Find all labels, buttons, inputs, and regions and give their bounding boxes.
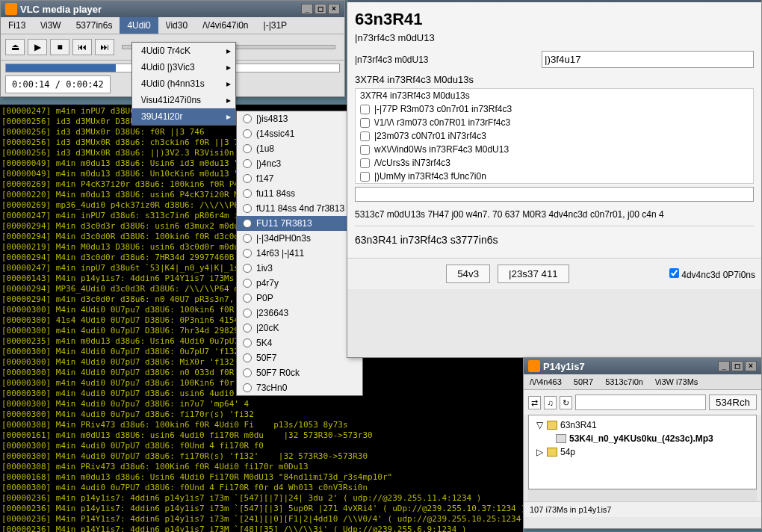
eq-preset[interactable]: (1u8 <box>237 141 362 156</box>
eq-preset[interactable]: 50F7 R0ck <box>237 365 362 380</box>
playlist-tab[interactable]: \/i3W i73Ms <box>649 374 704 389</box>
extra-modules-input[interactable] <box>355 187 754 202</box>
module-checkbox[interactable]: \/1/\/\ r3m073 c0n7R01 in73rFf4c3 <box>356 116 753 129</box>
menu-\/id30[interactable]: \/id30 <box>158 17 195 34</box>
playlist-item[interactable]: 53K4i_n0_y4KUs0ku_(42s3c).Mp3 <box>532 432 753 445</box>
eq-preset[interactable]: |236643 <box>237 306 362 321</box>
prefs-heading: 63n3R41 <box>355 10 754 29</box>
playlist-folder[interactable]: ▷54p <box>532 445 753 459</box>
menu-item[interactable]: 39U41i20r▸ <box>132 108 235 125</box>
menu-4Udi0[interactable]: 4Udi0 <box>120 17 158 34</box>
audio-menu: 4Udi0 7r4cK▸4Udi0 |)3Vic3▸4Udi0 (h4nn31s… <box>131 42 236 126</box>
module-checkbox[interactable]: |23m073 c0N7r01 iN73rf4c3 <box>356 129 753 143</box>
eq-preset[interactable]: fU11 84ss 4nd 7r3813 <box>237 201 362 216</box>
eq-preset[interactable]: FU11 7R3813 <box>237 216 362 231</box>
eq-preset[interactable]: |-|34dPH0n3s <box>237 231 362 246</box>
module-checkbox[interactable]: |-|77P R3m073 c0n7r01 in73Rf4c3 <box>356 102 753 116</box>
menu-/\/4vi647i0n[interactable]: /\/4vi647i0n <box>195 17 255 34</box>
eq-preset[interactable]: 73cHn0 <box>237 380 362 395</box>
prefs-hint: 5313c7 m0dU13s 7H47 j00 w4n7. 70 637 M0R… <box>355 209 754 220</box>
extra-modules-title: 3X7R4 in73Rf4c3 M0du13s <box>355 74 754 85</box>
playlist-menubar: /\/\4n46350R75313c7i0n\/i3W i73Ms <box>524 374 761 390</box>
eject-button[interactable]: ⏏ <box>5 39 25 55</box>
minimize-button[interactable]: _ <box>301 4 313 14</box>
eq-preset[interactable]: 5K4 <box>237 335 362 350</box>
eq-preset[interactable]: f147 <box>237 171 362 186</box>
maximize-button[interactable]: ◻ <box>315 4 326 14</box>
eq-preset[interactable]: P0P <box>237 291 362 306</box>
playlist-tab[interactable]: /\/\4n463 <box>524 374 568 389</box>
prev-button[interactable]: ⏮ <box>72 39 92 55</box>
maximize-button[interactable]: ◻ <box>731 361 743 371</box>
eq-preset[interactable]: p4r7y <box>237 276 362 291</box>
extra-modules-sub: 3X7R4 in73Rf4c3 M0du13s <box>356 89 753 102</box>
playlist-tab[interactable]: 5313c7i0n <box>599 374 649 389</box>
menu-Fi13[interactable]: Fi13 <box>1 17 33 34</box>
eq-preset[interactable]: fu11 84ss <box>237 186 362 201</box>
playlist-folder[interactable]: ▽63n3R41 <box>532 418 753 432</box>
eq-preset[interactable]: 1iv3 <box>237 261 362 276</box>
advanced-options-check[interactable]: 4dv4nc3d 0P7i0ns <box>669 268 755 280</box>
loop-icon[interactable]: ↻ <box>560 396 572 409</box>
eq-preset[interactable]: 14r63 |-|411 <box>237 246 362 261</box>
menu-item[interactable]: 4Udi0 (h4nn31s▸ <box>132 75 235 92</box>
search-button[interactable]: 534Rch <box>709 395 757 410</box>
eq-preset[interactable]: |20cK <box>237 321 362 335</box>
menu-5377in6s[interactable]: 5377in6s <box>69 17 120 34</box>
search-input[interactable] <box>575 395 706 410</box>
shuffle-icon[interactable]: ⇄ <box>528 396 541 409</box>
repeat-icon[interactable]: ♫ <box>544 396 557 409</box>
menu-|-|31P[interactable]: |-|31P <box>256 17 295 34</box>
vlc-icon <box>528 360 540 372</box>
vlc-titlebar[interactable]: VLC media player _ ◻ × <box>1 1 344 17</box>
playlist-title: P14y1is7 <box>543 361 585 372</box>
play-button[interactable]: ▶ <box>28 39 47 55</box>
vlc-menubar: Fi13\/i3W5377in6s4Udi0\/id30/\/4vi647i0n… <box>1 17 344 34</box>
vlc-icon <box>5 3 17 15</box>
menu-\/i3W[interactable]: \/i3W <box>33 17 68 34</box>
interface-module-input[interactable] <box>542 51 754 68</box>
playlist-toolbar: ⇄ ♫ ↻ 534Rch <box>524 390 761 415</box>
interface-module-label: |n73rf4c3 m0dU13 <box>355 55 534 65</box>
eq-preset[interactable]: |)4nc3 <box>237 156 362 171</box>
close-button[interactable]: × <box>745 361 757 371</box>
stop-button[interactable]: ■ <box>50 39 69 55</box>
general-interface-settings: 63n3R41 in73Rf4c3 s3777in6s <box>355 234 754 246</box>
prefs-subheading: |n73rf4c3 m0dU13 <box>355 32 754 43</box>
module-checkbox[interactable]: |)UmMy in73Rf4c3 fUnc7i0n <box>356 170 753 183</box>
playlist-tree[interactable]: ▽63n3R4153K4i_n0_y4KUs0ku_(42s3c).Mp3▷54… <box>528 415 757 489</box>
extra-modules-list: 3X7R4 in73Rf4c3 M0du13s |-|77P R3m073 c0… <box>355 88 754 184</box>
close-button[interactable]: × <box>328 4 340 14</box>
playlist-hscroll[interactable] <box>528 489 757 501</box>
menu-item[interactable]: \/isu41i247i0ns▸ <box>132 92 235 108</box>
playlist-titlebar[interactable]: P14y1is7 _ ◻ × <box>524 358 761 374</box>
vlc-title: VLC media player <box>20 4 102 15</box>
playlist-window: P14y1is7 _ ◻ × /\/\4n46350R75313c7i0n\/i… <box>523 357 762 529</box>
save-button[interactable]: 54v3 <box>446 265 490 283</box>
minimize-button[interactable]: _ <box>718 361 730 371</box>
playlist-status: 107 i73Ms in p14y1is7 <box>524 501 761 517</box>
time-display: 0:00:14 / 0:00:42 <box>5 75 111 93</box>
next-button[interactable]: ⏭ <box>95 39 114 55</box>
eq-preset[interactable]: |)is4813 <box>237 111 362 126</box>
eq-preset[interactable]: 50F7 <box>237 350 362 365</box>
module-checkbox[interactable]: wX\/\/ind0Ws in73RF4c3 M0dU13 <box>356 143 753 156</box>
preferences-window: (sRc/inPU7/inPU7_c7???) 63n3R41 |n73rf4c… <box>347 0 762 358</box>
module-checkbox[interactable]: /\/cUrs3s iN73rf4c3 <box>356 156 753 170</box>
reset-all-button[interactable]: |23s37 411 <box>498 265 569 283</box>
eq-preset[interactable]: (14ssic41 <box>237 126 362 141</box>
menu-item[interactable]: 4Udi0 |)3Vic3▸ <box>132 59 235 75</box>
playlist-tab[interactable]: 50R7 <box>568 374 599 389</box>
prefs-footer: 54v3 |23s37 411 4dv4nc3d 0P7i0ns <box>347 258 761 289</box>
equalizer-menu: |)is4813(14ssic41(1u8|)4nc3f147fu11 84ss… <box>236 111 363 396</box>
menu-item[interactable]: 4Udi0 7r4cK▸ <box>132 43 235 59</box>
